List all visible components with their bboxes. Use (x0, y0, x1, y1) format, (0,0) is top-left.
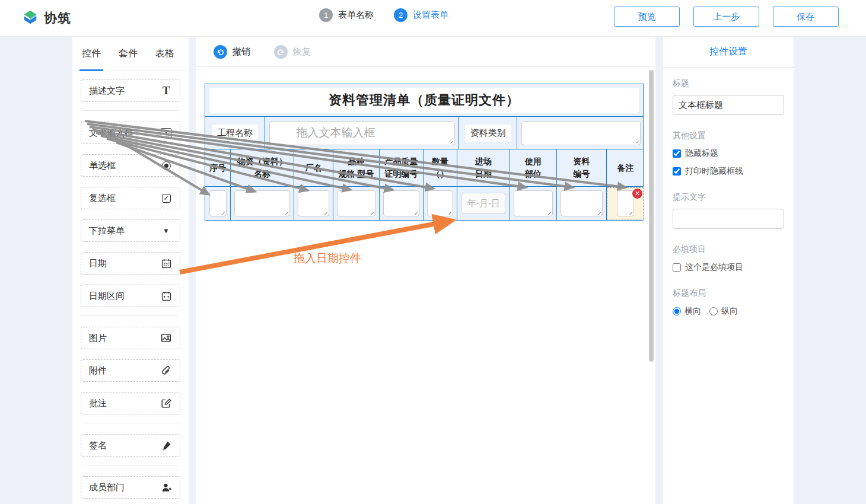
project-textarea[interactable]: 拖入文本输入框 (269, 121, 455, 145)
col-header-entry-date[interactable]: 进场 日期 (457, 149, 510, 186)
step-form-setup: 2 设置表单 (394, 8, 448, 22)
factory-textarea[interactable] (298, 190, 329, 216)
table-body-row: 年-月-日 ✕ (205, 186, 643, 220)
redo-button[interactable]: 恢复 (274, 45, 311, 59)
previous-step-button[interactable]: 上一步 (693, 7, 759, 27)
step-1-label: 表单名称 (338, 9, 374, 21)
form-title: 资料管理清单（质量证明文件） (209, 88, 639, 113)
resize-handle[interactable] (322, 209, 327, 215)
dropdown-icon: ▼ (160, 225, 172, 237)
palette-item-text-input[interactable]: 文本输入框 T (81, 122, 180, 144)
hide-border-checkbox-row[interactable]: 打印时隐藏框线 (673, 166, 784, 177)
required-checkbox[interactable] (673, 263, 681, 272)
layout-vertical-radio-row[interactable]: 纵向 (709, 306, 738, 317)
layout-horizontal-radio-row[interactable]: 横向 (673, 306, 701, 317)
delete-control-icon[interactable]: ✕ (632, 188, 643, 199)
palette-item-attachment[interactable]: 附件 (81, 359, 180, 382)
save-button[interactable]: 保存 (773, 7, 839, 27)
palette-item-description-text[interactable]: 描述文字 T (81, 79, 180, 102)
step-2-circle: 2 (394, 8, 407, 22)
palette-item-annotation[interactable]: 批注 (81, 392, 180, 414)
preview-button[interactable]: 预览 (614, 7, 680, 27)
col-header-qty[interactable]: 数量 （） (423, 149, 457, 186)
step-indicator: 1 表单名称 2 设置表单 (319, 8, 448, 22)
layout-horizontal-radio[interactable] (673, 307, 681, 315)
tab-controls[interactable]: 控件 (82, 37, 101, 71)
category-input-cell (517, 117, 644, 149)
title-field-input[interactable] (673, 95, 784, 115)
palette-item-signature[interactable]: 签名 (81, 434, 180, 457)
col-header-factory[interactable]: 厂名 (294, 149, 333, 186)
layout-horizontal-label: 横向 (684, 306, 701, 317)
usage-textarea[interactable] (514, 190, 553, 216)
palette-item-radio[interactable]: 单选框 (81, 154, 180, 177)
col-header-spec[interactable]: 品种 规格 型号 (333, 149, 379, 186)
qty-textarea[interactable] (427, 190, 453, 216)
palette-item-image[interactable]: 图片 (81, 327, 180, 349)
cell-material (230, 187, 294, 220)
hint-text-input[interactable] (673, 209, 784, 229)
palette-item-date[interactable]: 日期 (81, 252, 180, 275)
palette-item-checkbox[interactable]: 复选框 ✓ (81, 187, 180, 209)
resize-handle[interactable] (546, 209, 551, 215)
radio-icon (160, 160, 172, 171)
cert-textarea[interactable] (383, 190, 419, 216)
category-textarea[interactable] (521, 121, 641, 145)
undo-button[interactable]: 撤销 (214, 45, 250, 59)
hide-title-checkbox-row[interactable]: 隐藏标题 (673, 148, 784, 159)
col-header-seq[interactable]: 序号 (205, 149, 230, 186)
paperclip-icon (160, 365, 172, 377)
step-1-circle: 1 (319, 8, 333, 22)
col-header-remark[interactable]: 备注 (606, 149, 644, 186)
tab-tables[interactable]: 表格 (155, 37, 174, 71)
step-2-label: 设置表单 (413, 9, 448, 21)
checkbox-icon: ✓ (160, 192, 172, 204)
spec-textarea[interactable] (337, 190, 375, 216)
col-header-material[interactable]: 物资（资料） 名称 (230, 149, 294, 186)
required-checkbox-row[interactable]: 这个是必填项目 (673, 262, 784, 273)
tab-kits[interactable]: 套件 (119, 37, 138, 71)
palette-divider (82, 315, 179, 316)
input-text-icon: T (160, 127, 172, 139)
title-layout-label: 标题布局 (673, 288, 784, 299)
form-title-row[interactable]: 资料管理清单（质量证明文件） (205, 84, 643, 116)
canvas-toolbar: 撤销 恢复 (196, 37, 655, 67)
resize-handle[interactable] (283, 209, 288, 215)
palette-item-date-range[interactable]: 日期区间 (81, 285, 180, 307)
resize-handle[interactable] (219, 209, 225, 215)
cell-seq (205, 187, 230, 220)
col-header-cert[interactable]: 产品质量 证明编号 (379, 149, 423, 186)
col-header-doc-no[interactable]: 资料 编号 (556, 149, 606, 186)
cell-remark-selected[interactable]: ✕ (606, 187, 644, 220)
cell-entry-date: 年-月-日 (457, 187, 510, 220)
cell-usage (510, 187, 556, 220)
resize-handle[interactable] (627, 209, 632, 215)
resize-handle[interactable] (633, 138, 639, 143)
seq-textarea[interactable] (209, 190, 227, 216)
layout-vertical-radio[interactable] (709, 307, 718, 315)
calendar-range-icon (160, 290, 172, 302)
other-settings-label: 其他设置 (673, 130, 784, 141)
resize-handle[interactable] (446, 209, 451, 215)
palette-tabs: 控件 套件 表格 (72, 37, 189, 71)
resize-handle[interactable] (368, 209, 374, 215)
resize-handle[interactable] (412, 209, 418, 215)
palette-item-member-department[interactable]: 成员部门 (81, 476, 180, 499)
doc-no-textarea[interactable] (561, 190, 603, 216)
form-project-row: 工程名称 拖入文本输入框 资料类别 (205, 116, 643, 149)
app-header: 协筑 1 表单名称 2 设置表单 预览 上一步 保存 (0, 0, 866, 37)
date-input[interactable]: 年-月-日 (461, 193, 505, 214)
cell-spec (333, 187, 379, 220)
palette-item-dropdown[interactable]: 下拉菜单 ▼ (81, 219, 180, 242)
col-header-usage[interactable]: 使用 部位 (510, 149, 556, 186)
hide-border-checkbox[interactable] (673, 167, 681, 176)
resize-handle[interactable] (448, 138, 453, 143)
category-label-cell[interactable]: 资料类别 (459, 117, 517, 149)
control-palette-sidebar: 控件 套件 表格 描述文字 T 文本输入框 T 单选框 复选框 ✓ 下拉菜单 ▼… (72, 37, 189, 504)
material-textarea[interactable] (234, 190, 290, 216)
cell-qty (423, 187, 457, 220)
canvas-scrollbar[interactable] (649, 70, 654, 362)
hide-title-checkbox[interactable] (673, 149, 681, 158)
resize-handle[interactable] (596, 209, 601, 215)
project-label-cell[interactable]: 工程名称 (205, 117, 265, 149)
